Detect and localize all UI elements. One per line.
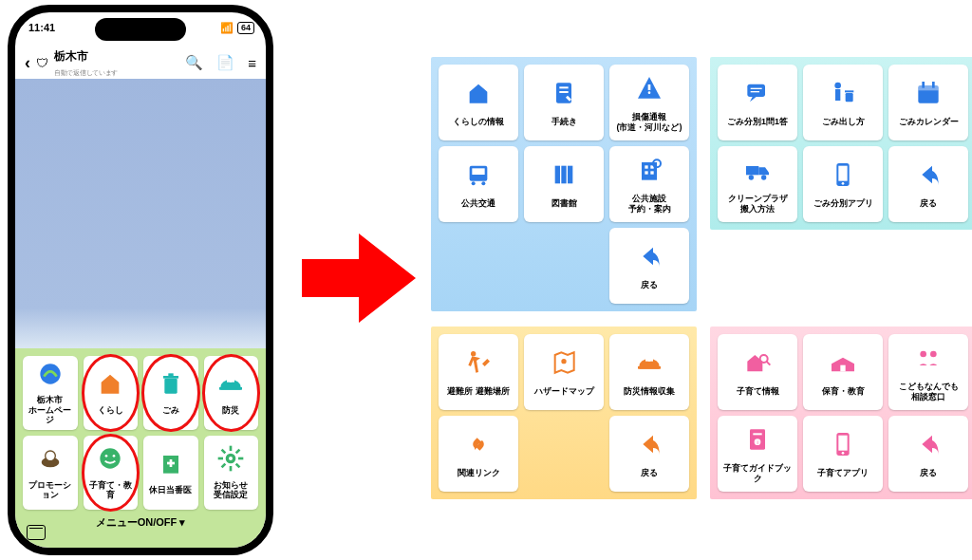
tile-label: 公共交通 (458, 198, 498, 208)
logo-icon (35, 359, 65, 396)
phone-icon (828, 429, 858, 466)
svg-rect-5 (230, 378, 233, 383)
svg-rect-2 (163, 376, 178, 379)
panel1-tile-5[interactable]: 戻る (888, 146, 968, 222)
panel3-tile-1[interactable]: 保育・教育 (803, 334, 883, 410)
menu-tile-1[interactable]: くらし (84, 356, 139, 430)
panel3-tile-0[interactable]: 子育て情報 (718, 334, 797, 410)
svg-point-8 (45, 451, 55, 461)
tile-label: 図書館 (549, 198, 580, 208)
calendar-icon (913, 78, 944, 115)
tile-label: ごみ分別1問1答 (724, 117, 791, 126)
school-icon (828, 347, 858, 384)
svg-rect-21 (221, 463, 227, 469)
tile-label: 損傷通報(市道・河川など) (614, 112, 685, 132)
panel3-tile-4[interactable]: 子育てアプリ (803, 416, 883, 492)
panel1-tile-0[interactable]: ごみ分別1問1答 (718, 65, 797, 140)
menu-tile-3[interactable]: 防災 (204, 356, 259, 430)
svg-rect-37 (568, 165, 572, 183)
tile-label: 関連リンク (455, 468, 503, 477)
panel1-tile-2[interactable]: ごみカレンダー (888, 65, 968, 140)
menu-tile-label: くらし (96, 405, 125, 415)
svg-rect-35 (555, 165, 560, 183)
panel0-tile-3[interactable]: 公共交通 (439, 146, 518, 222)
house-icon (95, 368, 125, 405)
bus-icon (463, 159, 494, 196)
svg-rect-52 (918, 85, 938, 90)
trash-icon (156, 368, 186, 405)
panel-kosodate: 子育て情報保育・教育こどもなんでも相談窓口i子育てガイドブック子育てアプリ戻る (710, 327, 972, 499)
svg-rect-14 (167, 462, 175, 465)
panel1-tile-4[interactable]: ごみ分別アプリ (803, 146, 883, 222)
back-icon[interactable]: ‹ (25, 53, 30, 73)
panel3-tile-3[interactable]: i子育てガイドブック (718, 416, 797, 492)
tile-label: ごみカレンダー (896, 117, 962, 126)
svg-rect-22 (218, 457, 223, 460)
app-bar: ‹ 🛡 栃木市 自動で返信しています 🔍 📄 ≡ (15, 47, 266, 79)
menu-tile-label: プロモーション (23, 480, 78, 500)
tile-label: ごみ出し方 (819, 117, 868, 126)
panel0-tile-1[interactable]: 手続き (524, 65, 604, 140)
person-trash-icon (828, 78, 858, 115)
tile-label: こどもなんでも相談窓口 (896, 382, 962, 401)
svg-point-24 (229, 457, 233, 460)
svg-rect-67 (840, 364, 845, 371)
back-icon (634, 241, 664, 278)
panel0-tile-2[interactable]: 損傷通報(市道・河川など) (609, 65, 689, 140)
panel3-tile-5[interactable]: 戻る (888, 416, 968, 492)
building-icon (634, 155, 664, 192)
menu-tile-2[interactable]: ごみ (143, 356, 198, 430)
svg-rect-23 (221, 449, 227, 455)
phone-icon (828, 159, 858, 196)
svg-rect-20 (230, 466, 233, 471)
panel1-tile-1[interactable]: ごみ出し方 (803, 65, 883, 140)
menu-tile-4[interactable]: プロモーション (23, 436, 78, 510)
map-icon (549, 347, 579, 384)
back-icon (634, 429, 664, 466)
panel0-tile-5[interactable]: 公共施設予約・案内 (609, 146, 689, 222)
svg-rect-42 (650, 171, 653, 174)
keyboard-icon[interactable] (27, 525, 46, 540)
svg-rect-71 (753, 433, 761, 435)
svg-rect-54 (932, 82, 935, 88)
panel-bousai: 避難所 避難場所ハザードマップ防災情報収集関連リンク戻る (431, 327, 697, 499)
svg-point-9 (101, 448, 121, 468)
panel0-tile-0[interactable]: くらしの情報 (439, 65, 518, 140)
panel2-tile-1[interactable]: ハザードマップ (524, 334, 604, 410)
tile-label: 子育て情報 (734, 386, 782, 396)
chat-icon (742, 78, 773, 115)
menu-toggle[interactable]: メニューON/OFF ▾ (23, 515, 258, 530)
menu-tile-5[interactable]: 子育て・教育 (84, 436, 139, 510)
svg-point-68 (920, 350, 926, 357)
svg-point-47 (834, 82, 841, 88)
svg-rect-18 (238, 457, 243, 460)
promo-icon (35, 443, 65, 480)
panel3-tile-2[interactable]: こどもなんでも相談窓口 (888, 334, 968, 410)
panel2-tile-4[interactable]: 戻る (609, 416, 689, 492)
svg-rect-16 (230, 446, 233, 451)
hazard-icon (634, 73, 664, 110)
search-icon[interactable]: 🔍 (185, 54, 203, 71)
panel1-tile-3[interactable]: クリーンプラザ搬入方法 (718, 146, 797, 222)
menu-tile-0[interactable]: 栃木市ホームページ (23, 356, 78, 430)
menu-icon[interactable]: ≡ (248, 55, 256, 71)
svg-point-34 (481, 181, 485, 185)
panel2-tile-2[interactable]: 防災情報収集 (609, 334, 689, 410)
svg-point-61 (471, 351, 476, 356)
svg-rect-27 (559, 86, 568, 88)
tile-label: 公共施設予約・案内 (626, 194, 674, 214)
list-icon[interactable]: 📄 (216, 54, 234, 71)
svg-point-57 (761, 175, 766, 179)
menu-tile-7[interactable]: お知らせ受信設定 (204, 436, 259, 510)
svg-point-76 (842, 452, 845, 455)
panel0-tile-6[interactable]: 戻る (609, 228, 689, 304)
panel2-tile-3[interactable]: 関連リンク (439, 416, 518, 492)
panel2-tile-0[interactable]: 避難所 避難場所 (439, 334, 518, 410)
menu-tile-label: 子育て・教育 (84, 480, 139, 500)
phone-notch (95, 18, 186, 41)
svg-rect-41 (645, 171, 647, 174)
book-icon: i (742, 424, 773, 461)
svg-rect-28 (559, 91, 568, 93)
menu-tile-6[interactable]: 休日当番医 (143, 436, 198, 510)
panel0-tile-4[interactable]: 図書館 (524, 146, 604, 222)
